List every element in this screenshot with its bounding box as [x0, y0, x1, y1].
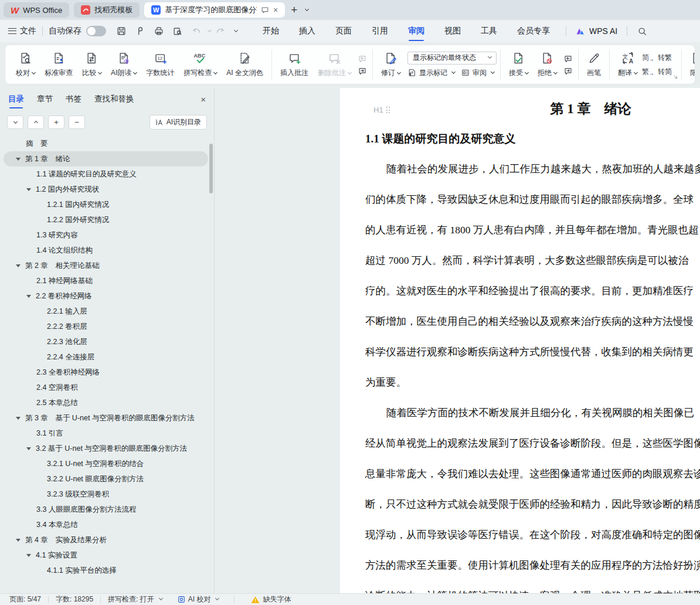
menu-page[interactable]: 页面 [325, 20, 362, 42]
menu-view[interactable]: 视图 [434, 20, 471, 42]
toc-item[interactable]: 3.2.3 级联空洞卷积 [4, 487, 208, 502]
toc-item[interactable]: 3.2.1 U-net 与空洞卷积的结合 [4, 456, 208, 471]
new-tab-button[interactable]: + [290, 4, 298, 16]
toc-item[interactable]: 1.2.2 国外研究情况 [4, 212, 208, 227]
menu-tools[interactable]: 工具 [471, 20, 507, 42]
menu-home[interactable]: 开始 [253, 20, 289, 42]
show-markup-button[interactable]: 显示标记 [407, 68, 455, 78]
menu-insert[interactable]: 插入 [289, 20, 325, 42]
group-expand-icon[interactable] [673, 74, 678, 79]
toc-item[interactable]: 2.2.2 卷积层 [4, 319, 208, 334]
toc-item[interactable]: 3.4 本章总结 [4, 517, 208, 532]
sidebar-scrollbar[interactable] [209, 144, 213, 193]
accept-button[interactable]: 接受 [504, 47, 533, 81]
toc-item[interactable]: 2.1 神经网络基础 [4, 273, 208, 288]
search-icon[interactable] [633, 26, 651, 36]
insert-comment-button[interactable]: 插入批注 [276, 47, 313, 81]
toc-item[interactable]: 第 3 章 基于 U-net 与空洞卷积的眼底图像分割方法 [4, 410, 208, 426]
toc-item[interactable]: 第 1 章 绪论 [4, 151, 208, 166]
toc-item[interactable]: 2.2.3 池化层 [4, 334, 208, 349]
tab-list-chevron-icon[interactable] [305, 6, 309, 11]
autosave-toggle[interactable] [86, 26, 106, 36]
toc-item[interactable]: 2.3 全卷积神经网络 [4, 365, 208, 380]
toc-item[interactable]: 2.2 卷积神经网络 [4, 288, 208, 304]
sidebar-tab-bookmarks[interactable]: 书签 [66, 89, 81, 110]
menu-reference[interactable]: 引用 [362, 20, 398, 42]
toc-item[interactable]: 3.3 人眼眼底图像分割方法流程 [4, 502, 208, 517]
spell-check-button[interactable]: ABC 拼写检查 [179, 47, 222, 81]
missing-font-warning[interactable]: 缺失字体 [251, 594, 291, 604]
toc-expand-all-button[interactable]: + [48, 115, 64, 129]
quick-access-chevron-icon[interactable] [234, 28, 238, 32]
previous-change-icon[interactable] [563, 53, 573, 64]
ai-polish-button[interactable]: AI 全文润色 [222, 47, 268, 81]
menu-review[interactable]: 审阅 [398, 20, 434, 42]
toc-item[interactable]: 1.3 研究内容 [4, 227, 208, 243]
next-comment-icon[interactable] [357, 66, 368, 76]
toc-item[interactable]: 第 2 章 相关理论基础 [4, 258, 208, 273]
redo-button[interactable] [211, 26, 230, 36]
markup-state-select[interactable]: 显示标记的最终状态 [407, 52, 497, 64]
toc-item[interactable]: 2.5 本章总结 [4, 395, 208, 410]
sidebar-tab-find-replace[interactable]: 查找和替换 [94, 89, 134, 110]
sidebar-tab-chapters[interactable]: 章节 [37, 89, 53, 110]
print-preview-button[interactable] [168, 26, 187, 36]
ai-proofread-status[interactable]: AI 校对 [178, 594, 219, 604]
review-mode-button[interactable]: 审阅 [461, 68, 494, 78]
word-count-button[interactable]: 12 字数统计 [141, 47, 179, 81]
spell-check-status[interactable]: 拼写检查: 打开 [108, 594, 162, 604]
toc-expand-arrow-icon[interactable] [16, 539, 21, 542]
wps-ai-button[interactable]: WPS AI [572, 26, 621, 36]
toc-expand-arrow-icon[interactable] [26, 295, 31, 298]
toc-item[interactable]: 1.2 国内外研究现状 [4, 182, 208, 197]
document-page[interactable]: H1 第 1 章 绪论 1.1 课题的研究目的及研究意义 随着社会的发展进步，人… [340, 88, 700, 593]
toc-item[interactable]: 2.2.4 全连接层 [4, 349, 208, 365]
translate-button[interactable]: 文A 翻译 [613, 47, 642, 81]
sidebar-close-icon[interactable]: × [201, 94, 206, 104]
next-change-icon[interactable] [563, 66, 573, 76]
toc-item[interactable]: 2.2.1 输入层 [4, 304, 208, 319]
toc-expand-arrow-icon[interactable] [26, 188, 31, 191]
file-menu-button[interactable]: 文件 [8, 26, 36, 36]
print-button[interactable] [149, 26, 168, 36]
toc-expand-arrow-icon[interactable] [16, 417, 21, 420]
toc-expand-arrow-icon[interactable] [26, 554, 31, 557]
toc-expand-arrow-icon[interactable] [26, 447, 31, 450]
toc-item[interactable]: 1.1 课题的研究目的及研究意义 [4, 166, 208, 182]
toc-previous-heading-button[interactable] [28, 115, 44, 129]
toc-next-heading-button[interactable] [7, 115, 23, 129]
toc-expand-arrow-icon[interactable] [16, 264, 21, 267]
toc-item[interactable]: 3.1 引言 [4, 426, 208, 441]
toc-item[interactable]: 第 4 章 实验及结果分析 [4, 532, 208, 548]
drag-handle-icon[interactable] [386, 107, 391, 114]
toc-item[interactable]: 1.4 论文组织结构 [4, 243, 208, 258]
toc-item[interactable]: 4.1.1 实验平台的选择 [4, 563, 208, 578]
sidebar-tab-contents[interactable]: 目录 [8, 89, 24, 110]
h1-style-marker[interactable]: H1 [373, 101, 390, 120]
ink-brush-button[interactable]: 画笔 [582, 47, 606, 81]
standard-review-button[interactable]: 标准审查 [40, 47, 77, 81]
tab-docer-templates[interactable]: 找稻壳模板 [74, 2, 140, 18]
menu-membership[interactable]: 会员专享 [507, 20, 560, 42]
toc-item[interactable]: 2.4 空洞卷积 [4, 380, 208, 395]
to-traditional-button[interactable]: 简→ 转繁 [642, 53, 672, 63]
export-pdf-button[interactable] [131, 26, 149, 36]
toc-item[interactable]: 1.2.1 国内研究情况 [4, 197, 208, 212]
ai-read-aloud-button[interactable]: AI朗读 [106, 47, 141, 81]
toc-item[interactable]: 3.2.2 U-net 眼底图像分割方法 [4, 471, 208, 487]
toc-collapse-all-button[interactable]: − [69, 115, 85, 129]
toc-item[interactable]: 4.1.2 眼底图像数据库的选取 [4, 578, 208, 579]
toc-item[interactable]: 3.2 基于 U-net 与空洞卷积的眼底图像分割方法 [4, 441, 208, 456]
comment-bubble-icon[interactable] [261, 6, 269, 14]
tab-wps-home[interactable]: W WPS Office [4, 2, 69, 18]
restrict-edit-button[interactable]: 限制 [685, 47, 695, 81]
toc-expand-arrow-icon[interactable] [16, 158, 21, 161]
toc-item[interactable]: 4.1 实验设置 [4, 548, 208, 563]
delete-comment-button[interactable]: 删除批注 [313, 47, 356, 81]
save-button[interactable] [112, 26, 131, 36]
proofread-button[interactable]: 校对 [11, 47, 40, 81]
ai-recognize-toc-button[interactable]: AI识别目录 [149, 115, 207, 130]
compare-button[interactable]: 比较 [77, 47, 106, 81]
track-changes-button[interactable]: 修订 [376, 47, 405, 81]
tab-document[interactable]: W 基于深度学习的眼底图像分割 × [144, 2, 285, 18]
